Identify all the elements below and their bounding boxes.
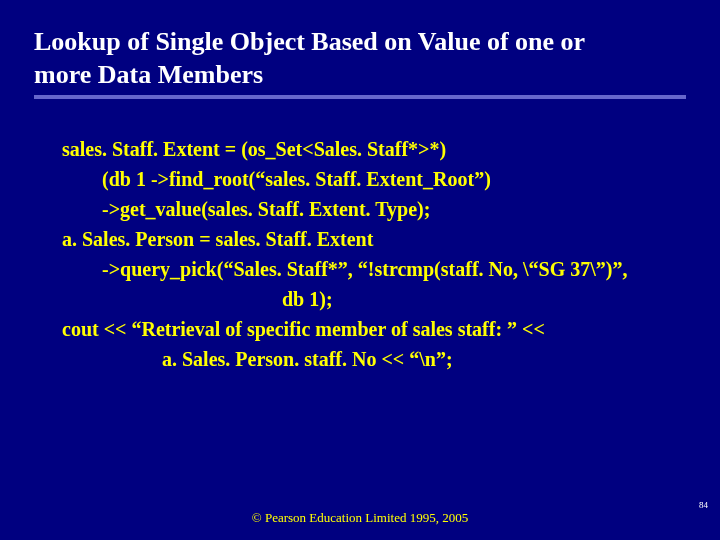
slide: Lookup of Single Object Based on Value o… xyxy=(0,0,720,540)
code-line-8: a. Sales. Person. staff. No << “\n”; xyxy=(62,344,682,374)
code-line-3: ->get_value(sales. Staff. Extent. Type); xyxy=(62,194,682,224)
code-line-2: (db 1 ->find_root(“sales. Staff. Extent_… xyxy=(62,164,682,194)
title-underline xyxy=(34,95,686,99)
title-line-2: more Data Members xyxy=(34,60,263,89)
title-block: Lookup of Single Object Based on Value o… xyxy=(34,26,686,99)
page-number: 84 xyxy=(699,500,708,510)
code-line-7: cout << “Retrieval of specific member of… xyxy=(62,314,682,344)
title-line-1: Lookup of Single Object Based on Value o… xyxy=(34,27,585,56)
slide-title: Lookup of Single Object Based on Value o… xyxy=(34,26,686,91)
code-body: sales. Staff. Extent = (os_Set<Sales. St… xyxy=(62,134,682,374)
footer-copyright: © Pearson Education Limited 1995, 2005 xyxy=(0,510,720,526)
code-line-6: db 1); xyxy=(62,284,682,314)
code-line-4: a. Sales. Person = sales. Staff. Extent xyxy=(62,224,682,254)
code-line-5: ->query_pick(“Sales. Staff*”, “!strcmp(s… xyxy=(62,254,682,284)
code-line-1: sales. Staff. Extent = (os_Set<Sales. St… xyxy=(62,134,682,164)
